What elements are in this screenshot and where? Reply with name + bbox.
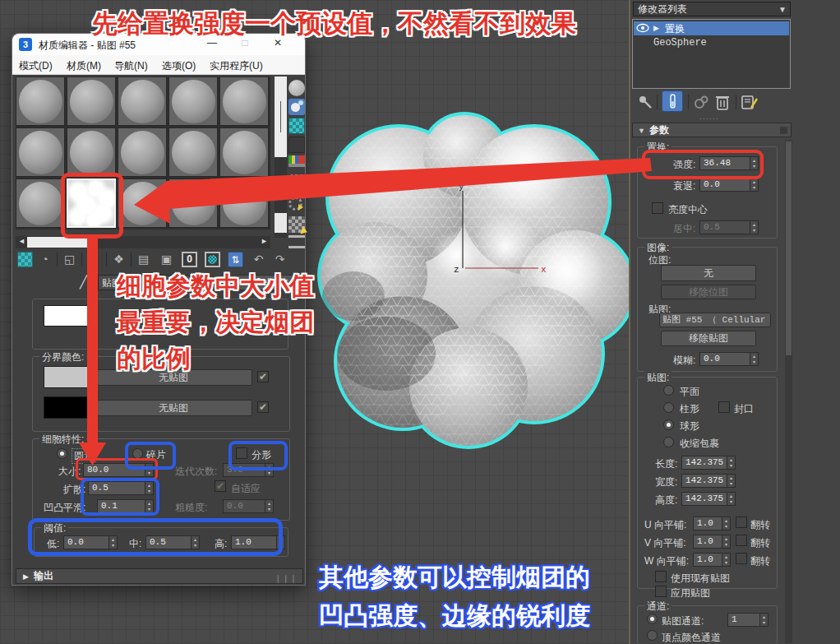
make-unique-icon[interactable]: ❖ <box>111 252 127 267</box>
decay-spinner[interactable]: 0.0▴▾ <box>699 178 759 192</box>
cylindrical-radio[interactable] <box>663 402 674 413</box>
map-channel-spinner[interactable]: 1▴▾ <box>727 613 768 627</box>
height-spinner[interactable]: 142.375▴▾ <box>681 492 736 506</box>
bitmap-none-button[interactable]: 无 <box>661 265 756 281</box>
spherical-radio[interactable] <box>663 419 674 430</box>
sample-slot[interactable] <box>16 76 65 126</box>
map-channel-radio[interactable] <box>647 614 658 624</box>
w-tile-spinner[interactable]: 1.0▴▾ <box>693 553 731 567</box>
make-preview-icon[interactable] <box>288 174 305 185</box>
put-to-library-icon[interactable]: ▤ <box>136 252 151 267</box>
division-color1-swatch[interactable] <box>44 366 89 388</box>
reset-map-icon[interactable]: ✕ <box>86 252 102 267</box>
panel-scrollbar[interactable] <box>785 140 792 643</box>
sample-slot[interactable] <box>67 76 116 126</box>
save-icon[interactable]: ▣ <box>159 252 174 267</box>
stack-item-displace[interactable]: ▶ 置换 <box>634 21 789 35</box>
pin-stack-icon[interactable] <box>637 94 653 110</box>
rollout-grip[interactable]: ❘❘❘ <box>275 572 298 586</box>
width-spinner[interactable]: 142.375▴▾ <box>681 474 736 488</box>
blur-spinner[interactable]: 0.0▴▾ <box>699 352 759 366</box>
decay-value[interactable]: 0.0 <box>699 178 750 192</box>
modifier-list-dropdown[interactable]: 修改器列表 ▼ <box>633 2 791 16</box>
scroll-right-icon[interactable]: ► <box>261 237 268 245</box>
sample-type-sphere-icon[interactable] <box>288 80 305 96</box>
spinner-arrows[interactable]: ▴▾ <box>750 178 759 192</box>
configure-modifier-sets-icon[interactable] <box>741 94 759 110</box>
apply-mapping-checkbox[interactable] <box>655 586 667 597</box>
luminance-center-checkbox[interactable] <box>652 202 663 214</box>
sample-slot[interactable] <box>219 127 269 177</box>
v-tile-spinner[interactable]: 1.0▴▾ <box>693 535 731 549</box>
spinner-arrows[interactable]: ▴▾ <box>750 352 759 366</box>
u-tile-spinner[interactable]: 1.0▴▾ <box>693 517 731 530</box>
spinner-arrows[interactable]: ▴▾ <box>722 517 731 530</box>
scroll-left-icon[interactable]: ◄ <box>18 237 25 245</box>
menu-mode[interactable]: 模式(D) <box>19 59 53 73</box>
sample-uv-tiling-icon[interactable] <box>288 137 305 153</box>
division-map2-button[interactable]: 无贴图 <box>95 400 252 416</box>
sample-slot[interactable] <box>219 76 269 126</box>
show-map-in-viewport-icon[interactable] <box>205 252 220 267</box>
menu-material[interactable]: 材质(M) <box>67 59 101 73</box>
u-flip-checkbox[interactable] <box>736 517 747 528</box>
division-map2-enable-checkbox[interactable] <box>257 401 269 413</box>
sample-slot[interactable] <box>118 76 167 126</box>
spinner-arrows[interactable]: ▴▾ <box>727 474 736 488</box>
sample-slot[interactable] <box>168 76 218 126</box>
sample-vertical-scrollbar[interactable] <box>275 76 287 238</box>
go-to-sibling-icon[interactable]: ↷ <box>272 252 288 267</box>
length-spinner[interactable]: 142.375▴▾ <box>681 456 736 470</box>
put-material-to-scene-icon[interactable]: ◔ <box>37 252 53 267</box>
scrollbar-button[interactable] <box>275 213 287 233</box>
use-existing-mapping-checkbox[interactable] <box>655 571 667 582</box>
stack-item-geosphere[interactable]: GeoSphere <box>634 37 789 50</box>
spinner-arrows[interactable]: ▴▾ <box>722 553 731 567</box>
eyedropper-icon[interactable]: ╱ <box>80 275 95 290</box>
sample-slot[interactable] <box>67 127 116 177</box>
circular-radio[interactable] <box>57 448 67 459</box>
show-end-result-button[interactable] <box>662 90 683 112</box>
scrollbar-thumb[interactable] <box>275 76 287 157</box>
menu-utilities[interactable]: 实用程序(U) <box>210 59 263 73</box>
options-gear-icon[interactable] <box>288 197 302 211</box>
select-by-material-icon[interactable] <box>288 216 305 233</box>
shrink-wrap-radio[interactable] <box>663 437 674 447</box>
parameters-rollout-header[interactable]: ▼参数 <box>632 123 792 137</box>
sample-slot[interactable] <box>118 178 167 228</box>
spinner-arrows[interactable]: ▴▾ <box>722 535 731 549</box>
division-color2-swatch[interactable] <box>44 396 89 419</box>
sample-slot[interactable] <box>219 178 269 228</box>
w-flip-checkbox[interactable] <box>736 553 747 564</box>
rollout-grip[interactable] <box>780 127 787 134</box>
sample-horizontal-scrollbar[interactable]: ◄ ► <box>16 236 270 248</box>
material-map-navigator-icon[interactable] <box>288 235 305 248</box>
video-color-check-icon[interactable] <box>288 155 305 167</box>
eye-icon[interactable] <box>636 23 649 33</box>
spinner-arrows[interactable]: ▴▾ <box>727 492 736 506</box>
get-material-icon[interactable] <box>17 252 33 267</box>
go-to-parent-icon[interactable]: ↶ <box>251 252 266 267</box>
map-name-button[interactable]: 贴图 #55 （ Cellular <box>659 313 771 327</box>
assign-material-icon[interactable]: ◱ <box>62 252 77 267</box>
sample-slot[interactable] <box>16 178 65 228</box>
remove-map-button[interactable]: 移除贴图 <box>661 331 756 346</box>
cap-checkbox[interactable] <box>718 401 730 413</box>
sample-slot[interactable] <box>118 127 167 177</box>
expand-arrow-icon[interactable]: ▶ <box>653 24 659 32</box>
planar-radio[interactable] <box>663 385 674 396</box>
cell-color-swatch[interactable] <box>44 305 90 327</box>
material-id-channel-icon[interactable]: 0 <box>182 252 197 267</box>
sample-slot[interactable] <box>168 178 218 228</box>
backlight-icon[interactable] <box>288 99 305 115</box>
show-end-result-icon[interactable]: ⇅ <box>228 252 243 267</box>
background-icon[interactable] <box>288 118 305 134</box>
make-unique-icon[interactable] <box>693 94 709 110</box>
panel-grip[interactable]: ······ <box>699 114 719 123</box>
menu-options[interactable]: 选项(O) <box>162 59 196 73</box>
blur-value[interactable]: 0.0 <box>699 352 750 366</box>
v-flip-checkbox[interactable] <box>736 535 747 546</box>
sample-slot[interactable] <box>16 127 65 177</box>
remove-modifier-icon[interactable] <box>714 93 731 111</box>
vertex-color-radio[interactable] <box>647 630 658 641</box>
